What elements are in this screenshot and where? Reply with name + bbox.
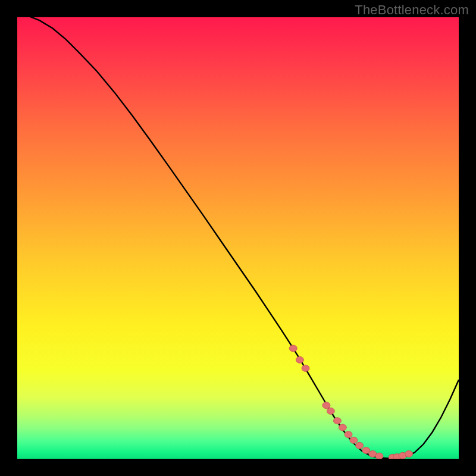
optimum-marker	[339, 424, 346, 431]
optimum-marker	[333, 418, 341, 424]
optimum-marker	[345, 431, 352, 438]
optimum-marker	[327, 408, 334, 414]
optimum-marker	[356, 442, 364, 449]
chart-frame: TheBottleneck.com	[0, 0, 476, 476]
optimum-marker	[322, 402, 330, 409]
optimum-marker	[289, 345, 297, 352]
optimum-marker	[362, 447, 370, 453]
optimum-marker	[302, 365, 309, 371]
optimum-marker	[350, 437, 358, 443]
optimum-marker	[375, 453, 383, 459]
gradient-background	[17, 17, 459, 459]
optimum-marker	[296, 356, 303, 363]
bottleneck-plot	[17, 17, 459, 459]
optimum-marker	[405, 450, 413, 457]
watermark-text: TheBottleneck.com	[355, 2, 469, 18]
